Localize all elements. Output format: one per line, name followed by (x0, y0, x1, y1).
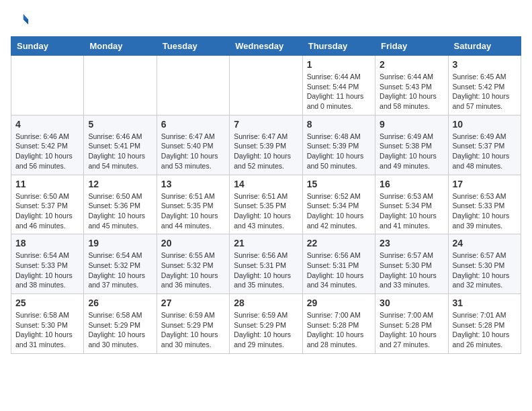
day-of-week-header: Tuesday (157, 37, 229, 56)
calendar-cell (84, 56, 157, 116)
day-info: Sunrise: 6:55 AM Sunset: 5:32 PM Dayligh… (161, 250, 225, 290)
calendar-cell: 25Sunrise: 6:58 AM Sunset: 5:30 PM Dayli… (11, 294, 84, 354)
day-number: 28 (234, 298, 298, 308)
calendar-cell: 22Sunrise: 6:56 AM Sunset: 5:31 PM Dayli… (302, 234, 375, 294)
day-number: 30 (380, 298, 443, 308)
day-of-week-header: Monday (84, 37, 157, 56)
day-info: Sunrise: 6:44 AM Sunset: 5:44 PM Dayligh… (307, 72, 371, 111)
calendar-week-row: 1Sunrise: 6:44 AM Sunset: 5:44 PM Daylig… (11, 56, 521, 116)
day-number: 8 (307, 119, 371, 130)
calendar-week-row: 4Sunrise: 6:46 AM Sunset: 5:42 PM Daylig… (11, 115, 521, 175)
day-number: 4 (15, 119, 79, 130)
day-number: 20 (161, 238, 225, 248)
day-number: 10 (453, 119, 517, 130)
calendar-cell: 24Sunrise: 6:57 AM Sunset: 5:30 PM Dayli… (448, 234, 521, 294)
day-of-week-header: Friday (375, 37, 448, 56)
day-number: 14 (234, 179, 298, 189)
day-of-week-header: Sunday (11, 37, 84, 56)
day-number: 5 (88, 119, 152, 130)
day-info: Sunrise: 7:00 AM Sunset: 5:28 PM Dayligh… (307, 310, 371, 350)
day-number: 15 (307, 179, 371, 189)
day-of-week-header: Thursday (302, 37, 375, 56)
calendar-cell: 6Sunrise: 6:47 AM Sunset: 5:40 PM Daylig… (157, 115, 229, 175)
calendar-week-row: 11Sunrise: 6:50 AM Sunset: 5:37 PM Dayli… (11, 175, 521, 234)
calendar-cell: 1Sunrise: 6:44 AM Sunset: 5:44 PM Daylig… (302, 56, 375, 116)
calendar-cell: 23Sunrise: 6:57 AM Sunset: 5:30 PM Dayli… (375, 234, 448, 294)
day-info: Sunrise: 6:56 AM Sunset: 5:31 PM Dayligh… (234, 250, 298, 290)
day-info: Sunrise: 6:47 AM Sunset: 5:40 PM Dayligh… (161, 132, 225, 171)
calendar-cell: 29Sunrise: 7:00 AM Sunset: 5:28 PM Dayli… (302, 294, 375, 354)
calendar-cell: 26Sunrise: 6:58 AM Sunset: 5:29 PM Dayli… (84, 294, 157, 354)
calendar-cell: 10Sunrise: 6:49 AM Sunset: 5:37 PM Dayli… (448, 115, 521, 175)
calendar-cell: 4Sunrise: 6:46 AM Sunset: 5:42 PM Daylig… (11, 115, 84, 175)
calendar-table: SundayMondayTuesdayWednesdayThursdayFrid… (11, 36, 521, 354)
day-info: Sunrise: 6:54 AM Sunset: 5:32 PM Dayligh… (88, 250, 152, 290)
day-number: 27 (161, 298, 225, 308)
day-number: 25 (15, 298, 79, 308)
calendar-cell (11, 56, 84, 116)
day-info: Sunrise: 6:53 AM Sunset: 5:34 PM Dayligh… (380, 191, 443, 231)
day-number: 18 (15, 238, 79, 248)
day-number: 6 (161, 119, 225, 130)
day-info: Sunrise: 6:57 AM Sunset: 5:30 PM Dayligh… (380, 250, 443, 290)
day-number: 13 (161, 179, 225, 189)
day-info: Sunrise: 6:51 AM Sunset: 5:35 PM Dayligh… (161, 191, 225, 231)
day-number: 21 (234, 238, 298, 248)
day-info: Sunrise: 6:52 AM Sunset: 5:34 PM Dayligh… (307, 191, 371, 231)
calendar-cell: 21Sunrise: 6:56 AM Sunset: 5:31 PM Dayli… (230, 234, 302, 294)
calendar-cell: 11Sunrise: 6:50 AM Sunset: 5:37 PM Dayli… (11, 175, 84, 234)
day-number: 1 (307, 59, 371, 70)
day-number: 17 (453, 179, 517, 189)
calendar-cell: 31Sunrise: 7:01 AM Sunset: 5:28 PM Dayli… (448, 294, 521, 354)
calendar-cell: 12Sunrise: 6:50 AM Sunset: 5:36 PM Dayli… (84, 175, 157, 234)
day-info: Sunrise: 6:49 AM Sunset: 5:37 PM Dayligh… (453, 132, 517, 171)
page-header (11, 11, 521, 30)
calendar-cell: 7Sunrise: 6:47 AM Sunset: 5:39 PM Daylig… (230, 115, 302, 175)
day-number: 9 (380, 119, 443, 130)
day-info: Sunrise: 6:45 AM Sunset: 5:42 PM Dayligh… (453, 72, 517, 111)
calendar-cell (230, 56, 302, 116)
day-number: 12 (88, 179, 152, 189)
day-info: Sunrise: 6:51 AM Sunset: 5:35 PM Dayligh… (234, 191, 298, 231)
logo-icon (11, 11, 30, 30)
day-info: Sunrise: 6:44 AM Sunset: 5:43 PM Dayligh… (380, 72, 443, 111)
day-number: 11 (15, 179, 79, 189)
day-number: 29 (307, 298, 371, 308)
calendar-cell: 16Sunrise: 6:53 AM Sunset: 5:34 PM Dayli… (375, 175, 448, 234)
day-number: 26 (88, 298, 152, 308)
calendar-cell: 3Sunrise: 6:45 AM Sunset: 5:42 PM Daylig… (448, 56, 521, 116)
calendar-cell: 8Sunrise: 6:48 AM Sunset: 5:39 PM Daylig… (302, 115, 375, 175)
day-number: 16 (380, 179, 443, 189)
day-number: 3 (453, 59, 517, 70)
day-info: Sunrise: 6:50 AM Sunset: 5:37 PM Dayligh… (15, 191, 79, 231)
day-number: 23 (380, 238, 443, 248)
day-number: 7 (234, 119, 298, 130)
calendar-cell: 5Sunrise: 6:46 AM Sunset: 5:41 PM Daylig… (84, 115, 157, 175)
calendar-cell (157, 56, 229, 116)
calendar-cell: 9Sunrise: 6:49 AM Sunset: 5:38 PM Daylig… (375, 115, 448, 175)
calendar-cell: 2Sunrise: 6:44 AM Sunset: 5:43 PM Daylig… (375, 56, 448, 116)
day-info: Sunrise: 6:56 AM Sunset: 5:31 PM Dayligh… (307, 250, 371, 290)
day-of-week-header: Saturday (448, 37, 521, 56)
day-info: Sunrise: 6:47 AM Sunset: 5:39 PM Dayligh… (234, 132, 298, 171)
day-info: Sunrise: 6:59 AM Sunset: 5:29 PM Dayligh… (234, 310, 298, 350)
day-info: Sunrise: 6:46 AM Sunset: 5:42 PM Dayligh… (15, 132, 79, 171)
calendar-week-row: 18Sunrise: 6:54 AM Sunset: 5:33 PM Dayli… (11, 234, 521, 294)
calendar-cell: 19Sunrise: 6:54 AM Sunset: 5:32 PM Dayli… (84, 234, 157, 294)
day-info: Sunrise: 7:01 AM Sunset: 5:28 PM Dayligh… (453, 310, 517, 350)
day-number: 19 (88, 238, 152, 248)
day-info: Sunrise: 6:50 AM Sunset: 5:36 PM Dayligh… (88, 191, 152, 231)
day-info: Sunrise: 6:49 AM Sunset: 5:38 PM Dayligh… (380, 132, 443, 171)
day-info: Sunrise: 6:59 AM Sunset: 5:29 PM Dayligh… (161, 310, 225, 350)
calendar-cell: 14Sunrise: 6:51 AM Sunset: 5:35 PM Dayli… (230, 175, 302, 234)
svg-marker-1 (24, 19, 28, 24)
day-of-week-header: Wednesday (230, 37, 302, 56)
calendar-cell: 18Sunrise: 6:54 AM Sunset: 5:33 PM Dayli… (11, 234, 84, 294)
day-info: Sunrise: 6:58 AM Sunset: 5:29 PM Dayligh… (88, 310, 152, 350)
day-info: Sunrise: 6:58 AM Sunset: 5:30 PM Dayligh… (15, 310, 79, 350)
calendar-cell: 17Sunrise: 6:53 AM Sunset: 5:33 PM Dayli… (448, 175, 521, 234)
calendar-cell: 28Sunrise: 6:59 AM Sunset: 5:29 PM Dayli… (230, 294, 302, 354)
day-info: Sunrise: 7:00 AM Sunset: 5:28 PM Dayligh… (380, 310, 443, 350)
day-number: 31 (453, 298, 517, 308)
day-number: 22 (307, 238, 371, 248)
